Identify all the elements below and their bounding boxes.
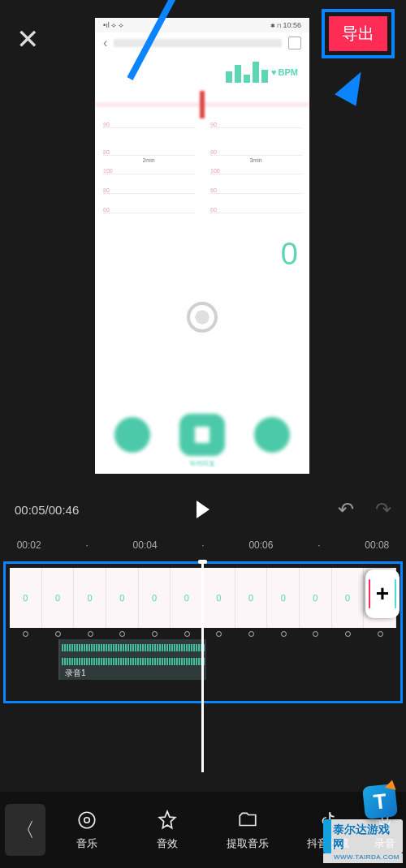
watermark-url: WWW.TAIRDA.COM — [323, 853, 403, 863]
bpm-bars-icon — [226, 62, 268, 83]
undo-button[interactable]: ↶ — [338, 498, 354, 521]
timeline-ruler[interactable]: 00:02 · 00:04 · 00:06 · 00:08 — [0, 535, 406, 555]
seg-val: 0 — [313, 593, 317, 603]
preview-bottom-label: 等待回复 — [95, 459, 309, 468]
seg-val: 0 — [248, 593, 253, 603]
chart-tick: 60 — [103, 207, 194, 213]
seg-val: 0 — [345, 593, 350, 603]
bpm-value: 0 — [281, 237, 298, 272]
seg-val: 0 — [55, 593, 60, 603]
export-highlight: 导出 — [322, 9, 395, 58]
sound-effect-button[interactable]: 音效 — [127, 809, 206, 851]
seg-val: 0 — [281, 593, 286, 603]
audio-waveform — [62, 644, 205, 665]
add-clip-button[interactable]: + — [365, 569, 400, 618]
svg-point-0 — [79, 812, 95, 828]
folder-icon — [236, 809, 259, 831]
preview-blob — [114, 417, 150, 453]
seg-val: 0 — [216, 593, 221, 603]
watermark-text: 泰尔达游戏网 — [323, 819, 403, 853]
star-icon — [156, 809, 179, 831]
chart-xlabel: 3min — [210, 157, 301, 163]
chart-tick: 90 — [103, 122, 194, 128]
audio-clip-label: 录音1 — [60, 665, 206, 679]
redo-button[interactable]: ↷ — [375, 498, 391, 521]
playhead[interactable] — [201, 560, 204, 772]
time-position: 00:05/00:46 — [15, 503, 79, 517]
seg-val: 0 — [23, 593, 28, 603]
toolbar-back-button[interactable]: 〈 — [5, 804, 45, 856]
ruler-dot: · — [174, 539, 231, 551]
close-button[interactable]: ✕ — [11, 23, 44, 55]
watermark-badge: T — [362, 784, 398, 819]
preview-waveform — [95, 91, 309, 118]
preview-blob — [179, 414, 225, 456]
toolbar-label: 音乐 — [76, 836, 97, 851]
heart-icon: ♥ — [271, 67, 277, 77]
bpm-label: BPM — [279, 67, 298, 77]
seg-val: 0 — [184, 593, 189, 603]
chart-tick: 80 — [210, 187, 301, 194]
music-icon — [76, 809, 98, 831]
svg-point-1 — [84, 818, 89, 823]
ruler-mark: 00:06 — [232, 539, 290, 551]
play-button[interactable] — [197, 501, 209, 518]
chart-xlabel: 2min — [103, 157, 194, 163]
seg-val: 0 — [88, 593, 93, 603]
ruler-dot: · — [290, 539, 348, 551]
chart-tick: 90 — [210, 122, 301, 128]
audio-clip[interactable]: 录音1 — [58, 639, 206, 680]
ruler-mark: 00:04 — [116, 539, 174, 551]
preview-blob — [254, 417, 290, 453]
music-button[interactable]: 音乐 — [47, 809, 126, 851]
chart-tick: 100 — [210, 168, 301, 174]
chart-tick: 80 — [103, 149, 194, 156]
chart-tick: 60 — [210, 207, 301, 213]
preview-record-button — [187, 302, 218, 333]
watermark: T 泰尔达游戏网 WWW.TAIRDA.COM — [323, 785, 403, 863]
ruler-mark: 00:02 — [0, 539, 58, 551]
chart-tick: 100 — [103, 168, 194, 174]
chart-tick: 80 — [103, 187, 194, 194]
toolbar-label: 提取音乐 — [227, 836, 269, 851]
chart-tick: 80 — [210, 149, 301, 156]
export-button[interactable]: 导出 — [329, 16, 387, 51]
ruler-dot: · — [58, 539, 115, 551]
toolbar-label: 音效 — [157, 836, 178, 851]
video-preview[interactable]: •ıl ⟡ ⟡ ✱ ⊓ 10:56 ‹ ♥ BPM 90 80 2min — [95, 18, 309, 474]
seg-val: 0 — [152, 593, 157, 603]
ruler-mark: 00:08 — [348, 539, 406, 551]
extract-music-button[interactable]: 提取音乐 — [208, 809, 287, 851]
seg-val: 0 — [119, 593, 124, 603]
